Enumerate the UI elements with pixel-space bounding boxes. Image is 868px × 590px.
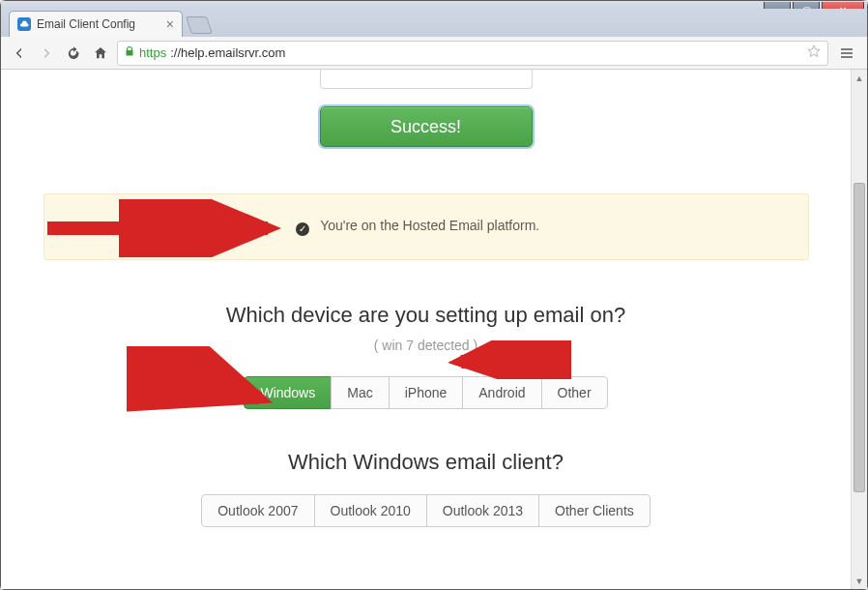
scroll-down-button[interactable]: ▼: [852, 573, 867, 589]
device-button-group: WindowsMaciPhoneAndroidOther: [244, 376, 607, 409]
device-option-android[interactable]: Android: [462, 376, 541, 409]
email-field[interactable]: [320, 70, 533, 89]
browser-window: — ▢ ✕ Email Client Config ×: [0, 0, 868, 590]
platform-alert: ✓ You're on the Hosted Email platform.: [43, 193, 809, 260]
option-label: Android: [478, 385, 525, 400]
detected-note: ( win 7 detected ): [374, 338, 477, 353]
page-viewport[interactable]: Success! ✓ You're on the Hosted Email pl…: [1, 70, 851, 589]
url-text: ://help.emailsrvr.com: [170, 45, 285, 60]
option-label: Windows: [260, 385, 315, 400]
reload-button[interactable]: [63, 43, 84, 64]
success-button[interactable]: Success!: [320, 106, 533, 147]
scroll-track[interactable]: [852, 86, 867, 573]
option-label: Other Clients: [555, 503, 634, 518]
cloud-icon: [17, 17, 31, 31]
window-title-bar[interactable]: [1, 1, 867, 9]
device-option-mac[interactable]: Mac: [331, 376, 389, 409]
client-heading: Which Windows email client?: [288, 450, 564, 475]
client-option-other-clients[interactable]: Other Clients: [538, 494, 651, 527]
forward-button[interactable]: [36, 43, 57, 64]
option-label: Outlook 2007: [217, 503, 298, 518]
check-circle-icon: ✓: [296, 222, 309, 236]
url-scheme: https: [139, 45, 166, 60]
device-option-windows[interactable]: Windows: [244, 376, 332, 409]
vertical-scrollbar[interactable]: ▲ ▼: [851, 70, 867, 589]
new-tab-button[interactable]: [186, 16, 213, 34]
lock-icon: [124, 45, 135, 60]
device-option-iphone[interactable]: iPhone: [389, 376, 464, 409]
client-option-outlook-2010[interactable]: Outlook 2010: [314, 494, 427, 527]
client-option-outlook-2007[interactable]: Outlook 2007: [201, 494, 314, 527]
option-label: Other: [558, 385, 592, 400]
option-label: Mac: [347, 385, 372, 400]
option-label: Outlook 2010: [331, 503, 411, 518]
chrome-menu-button[interactable]: [834, 41, 859, 66]
toolbar: https ://help.emailsrvr.com: [1, 37, 867, 70]
home-button[interactable]: [90, 43, 111, 64]
tab-strip: Email Client Config ×: [1, 9, 867, 37]
bookmark-star-icon[interactable]: [806, 44, 822, 62]
success-button-label: Success!: [391, 117, 461, 137]
scroll-thumb[interactable]: [854, 183, 865, 492]
device-option-other[interactable]: Other: [541, 376, 608, 409]
alert-text: You're on the Hosted Email platform.: [320, 218, 539, 233]
page-content: Success! ✓ You're on the Hosted Email pl…: [1, 70, 851, 589]
browser-tab[interactable]: Email Client Config ×: [9, 11, 183, 37]
back-button[interactable]: [9, 43, 30, 64]
device-heading: Which device are you setting up email on…: [226, 303, 625, 328]
client-button-group: Outlook 2007Outlook 2010Outlook 2013Othe…: [201, 494, 651, 527]
address-bar[interactable]: https ://help.emailsrvr.com: [117, 41, 828, 66]
scroll-up-button[interactable]: ▲: [852, 70, 867, 86]
option-label: iPhone: [405, 385, 448, 400]
tab-close-icon[interactable]: ×: [166, 16, 174, 32]
tab-title: Email Client Config: [37, 17, 135, 31]
viewport-area: Success! ✓ You're on the Hosted Email pl…: [1, 70, 867, 589]
option-label: Outlook 2013: [443, 503, 523, 518]
client-option-outlook-2013[interactable]: Outlook 2013: [426, 494, 539, 527]
